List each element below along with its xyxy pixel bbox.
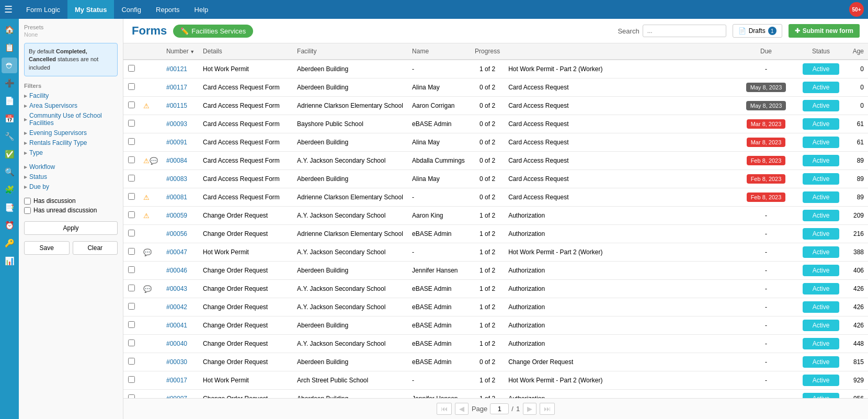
filter-rentals-facility[interactable]: Rentals Facility Type [24,139,118,146]
search-icon[interactable]: 🔍 [2,164,17,180]
prev-page-button[interactable]: ◀ [455,403,469,415]
drafts-button[interactable]: 📄 Drafts 1 [733,24,782,38]
form-number-link[interactable]: #00083 [166,175,187,183]
page-input[interactable] [490,403,509,414]
last-page-button[interactable]: ⏭ [540,403,555,415]
row-checkbox[interactable] [128,156,135,163]
form-number-link[interactable]: #00041 [166,322,187,329]
clock-icon[interactable]: ⏰ [2,218,17,233]
row-checkbox[interactable] [128,175,135,182]
row-checkbox[interactable] [128,193,135,200]
submit-new-form-button[interactable]: ✚ Submit new form [789,24,860,38]
form-status: Active [795,170,847,188]
form-number-link[interactable]: #00081 [166,194,187,201]
first-page-button[interactable]: ⏮ [437,403,452,415]
home-icon[interactable]: 🏠 [2,22,17,38]
row-checkbox[interactable] [128,120,135,127]
document-icon[interactable]: 📑 [2,200,17,216]
form-workflow: Card Access Request [504,170,737,188]
row-checkbox[interactable] [128,266,135,273]
row-checkbox[interactable] [128,321,135,328]
form-due: - [737,335,795,353]
nav-tab-mystatus[interactable]: My Status [67,0,114,19]
filter-facility[interactable]: Facility [24,92,118,99]
row-checkbox[interactable] [128,358,135,365]
form-number-link[interactable]: #00059 [166,212,187,219]
nav-tab-formlogic[interactable]: Form Logic [19,0,67,19]
row-checkbox[interactable] [128,230,135,236]
form-number-link[interactable]: #00093 [166,120,187,128]
filter-evening-supervisors[interactable]: Evening Supervisors [24,129,118,137]
row-checkbox[interactable] [128,83,135,90]
form-number-link[interactable]: #00084 [166,157,187,164]
has-unread-discussion-checkbox[interactable] [24,207,31,214]
nav-tab-config[interactable]: Config [114,0,149,19]
puzzle-icon[interactable]: 🧩 [2,182,17,198]
next-page-button[interactable]: ▶ [523,403,536,415]
form-number-link[interactable]: #00043 [166,285,187,292]
calendar-icon[interactable]: 📅 [2,111,17,127]
row-checkbox[interactable] [128,248,135,255]
nav-tab-reports[interactable]: Reports [149,0,187,19]
row-checkbox[interactable] [128,303,135,310]
table-row: #00030Change Order RequestAberdeen Build… [123,353,868,371]
filter-status[interactable]: Status [24,173,118,180]
form-number-link[interactable]: #00042 [166,303,187,311]
checklist-icon[interactable]: ✅ [2,146,17,162]
form-name: Abdalla Cummings [408,152,471,170]
hard-hat-icon[interactable]: ⛑ [2,58,17,73]
row-checkbox[interactable] [128,285,135,291]
row-checkbox[interactable] [128,394,135,398]
nav-tab-help[interactable]: Help [187,0,216,19]
filter-has-discussion[interactable]: Has discussion [24,197,118,205]
wrench-icon[interactable]: 🔧 [2,129,17,144]
filter-community-use[interactable]: Community Use of School Facilities [24,112,118,127]
row-checkbox[interactable] [128,65,135,72]
col-number[interactable]: Number [162,43,199,60]
facility-badge[interactable]: ✏️ Facilities Services [173,25,253,38]
row-checkbox[interactable] [128,211,135,218]
form-workflow: Authorization [504,390,737,399]
user-badge[interactable]: 50+ [849,2,864,17]
form-facility: Aberdeen Building [293,390,408,399]
apply-button[interactable]: Apply [24,221,118,235]
form-number-link[interactable]: #00046 [166,267,187,274]
form-status: Active [795,243,847,262]
filter-has-unread-discussion[interactable]: Has unread discussion [24,207,118,214]
filter-due-by[interactable]: Due by [24,183,118,190]
form-age: 956 [847,390,868,399]
status-badge: Active [803,137,839,148]
hamburger-menu[interactable]: ☰ [4,4,13,15]
form-facility: A.Y. Jackson Secondary School [293,335,408,353]
form-number-link[interactable]: #00047 [166,248,187,256]
clipboard-icon[interactable]: 📋 [2,40,17,55]
search-input[interactable] [643,25,726,37]
form-number-link[interactable]: #00056 [166,230,187,237]
list-icon[interactable]: 📄 [2,93,17,109]
forms-table: Number Details Facility Name Progress Du… [123,43,868,398]
chart-icon[interactable]: 📊 [2,253,17,269]
key-icon[interactable]: 🔑 [2,235,17,251]
row-checkbox[interactable] [128,138,135,145]
filter-area-supervisors[interactable]: Area Supervisors [24,102,118,109]
form-age: 209 [847,207,868,225]
form-number-link[interactable]: #00017 [166,377,187,384]
form-number-link[interactable]: #00040 [166,340,187,347]
has-discussion-checkbox[interactable] [24,198,31,205]
filter-buttons: Save Clear [24,241,118,255]
plus-icon[interactable]: ➕ [2,75,17,91]
form-number-link[interactable]: #00115 [166,102,187,109]
filter-workflow[interactable]: Workflow [24,163,118,171]
form-number-link[interactable]: #00030 [166,358,187,366]
form-number-link[interactable]: #00117 [166,84,187,91]
filter-type[interactable]: Type [24,149,118,156]
search-area: Search [618,25,726,37]
form-number-link[interactable]: #00121 [166,65,187,73]
form-workflow: Card Access Request [504,78,737,97]
save-button[interactable]: Save [24,241,70,255]
row-checkbox[interactable] [128,339,135,346]
form-number-link[interactable]: #00091 [166,139,187,146]
row-checkbox[interactable] [128,101,135,108]
row-checkbox[interactable] [128,376,135,383]
clear-button[interactable]: Clear [73,241,118,255]
